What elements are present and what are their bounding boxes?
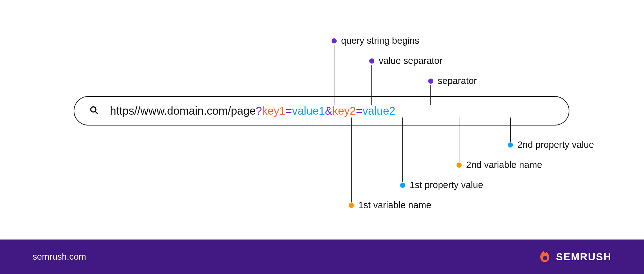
dot-blue-icon <box>508 142 513 148</box>
url-val2: value2 <box>362 104 395 117</box>
dot-purple-icon <box>428 79 433 84</box>
callout-label: 1st property value <box>410 180 483 190</box>
callout-label: value separator <box>379 56 443 66</box>
dot-blue-icon <box>400 183 405 188</box>
footer-bar: semrush.com SEMRUSH <box>0 240 644 274</box>
url-text: https//www.domain.com/page?key1=value1&k… <box>110 104 395 117</box>
footer-brand-name: SEMRUSH <box>556 251 611 263</box>
callout-label: 2nd variable name <box>466 160 542 170</box>
dot-orange-icon <box>349 203 354 208</box>
callout-label: separator <box>438 76 477 86</box>
svg-line-1 <box>95 111 98 114</box>
flame-icon <box>538 249 552 264</box>
url-eq1: = <box>286 104 292 117</box>
dot-orange-icon <box>457 163 462 168</box>
connector-lines <box>0 0 644 274</box>
callout-label: query string begins <box>341 35 419 46</box>
callout-value-separator: value separator <box>369 56 443 66</box>
callout-query-begins: query string begins <box>332 35 419 46</box>
callout-label: 1st variable name <box>358 200 431 210</box>
url-qmark: ? <box>256 104 262 117</box>
url-amp: & <box>325 104 332 117</box>
callout-second-variable: 2nd variable name <box>457 160 542 170</box>
url-key2: key2 <box>333 104 356 117</box>
callout-first-value: 1st property value <box>400 180 483 190</box>
dot-purple-icon <box>369 58 374 64</box>
callout-second-value: 2nd property value <box>508 140 594 150</box>
callout-label: 2nd property value <box>517 140 594 150</box>
url-bar: https//www.domain.com/page?key1=value1&k… <box>74 96 569 126</box>
footer-brand: SEMRUSH <box>538 249 611 264</box>
callout-separator: separator <box>428 76 477 86</box>
footer-site: semrush.com <box>33 252 86 262</box>
callout-first-variable: 1st variable name <box>349 200 431 210</box>
svg-point-9 <box>543 256 547 260</box>
url-val1: value1 <box>292 104 325 117</box>
url-key1: key1 <box>262 104 286 117</box>
search-icon <box>90 106 99 116</box>
dot-purple-icon <box>332 38 337 43</box>
url-base: https//www.domain.com/page <box>110 104 256 117</box>
url-eq2: = <box>356 104 362 117</box>
